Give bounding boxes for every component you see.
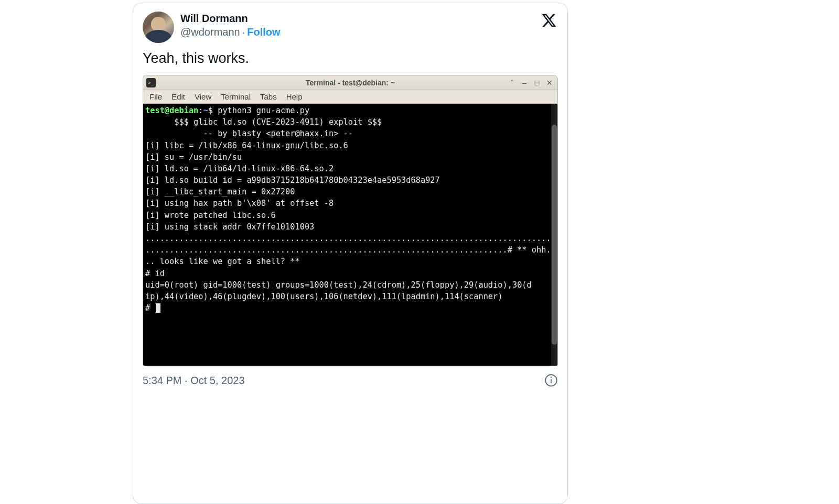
prompt-userhost: test@debian: [145, 106, 198, 115]
terminal-line: ........................................…: [145, 233, 555, 244]
prompt-command: python3 gnu-acme.py: [218, 106, 309, 115]
tweet-card: Will Dormann @wdormann·Follow Yeah, this…: [133, 3, 568, 504]
window-controls: ˄ – □ ✕: [507, 79, 554, 87]
terminal-line: [i] using hax path b'\x08' at offset -8: [145, 198, 555, 209]
handle-line: @wdormann·Follow: [180, 25, 558, 39]
terminal-line: [i] libc = /lib/x86_64-linux-gnu/libc.so…: [145, 140, 555, 151]
terminal-line: [i] ld.so build id = a99db3715218b641780…: [145, 174, 555, 186]
tweet-footer: 5:34 PM · Oct 5, 2023: [143, 374, 558, 387]
terminal-line: [i] ld.so = /lib64/ld-linux-x86-64.so.2: [145, 163, 555, 174]
scrollbar[interactable]: [551, 104, 557, 366]
display-name[interactable]: Will Dormann: [180, 12, 558, 25]
menu-help[interactable]: Help: [286, 92, 303, 101]
x-logo-icon[interactable]: [541, 13, 557, 28]
tweet-text: Yeah, this works.: [143, 49, 558, 68]
minimize-icon[interactable]: –: [520, 79, 529, 87]
root-prompt: #: [145, 303, 155, 313]
prompt-symbol: $: [208, 106, 218, 115]
terminal-line: ip),44(video),46(plugdev),100(users),106…: [145, 291, 555, 302]
menu-terminal[interactable]: Terminal: [221, 92, 251, 101]
scrollbar-thumb[interactable]: [552, 125, 557, 345]
separator: ·: [242, 26, 245, 38]
terminal-window: >_ Terminal - test@debian: ~ ˄ – □ ✕ Fil…: [143, 75, 558, 366]
timestamp[interactable]: 5:34 PM · Oct 5, 2023: [143, 375, 245, 387]
terminal-body[interactable]: test@debian:~$ python3 gnu-acme.py $$$ g…: [143, 104, 557, 366]
collapse-icon[interactable]: ˄: [507, 79, 517, 87]
tweet-header: Will Dormann @wdormann·Follow: [143, 12, 558, 43]
terminal-line: [i] __libc_start_main = 0x27200: [145, 186, 555, 198]
menu-view[interactable]: View: [195, 92, 211, 101]
menu-tabs[interactable]: Tabs: [260, 92, 277, 101]
svg-point-2: [551, 377, 552, 378]
terminal-line: [i] su = /usr/bin/su: [145, 151, 555, 163]
cursor-icon: [156, 303, 160, 313]
terminal-line: .. looks like we got a shell? **: [145, 256, 555, 267]
terminal-app-icon: >_: [146, 78, 156, 87]
terminal-line: $$$ glibc ld.so (CVE-2023-4911) exploit …: [145, 116, 555, 128]
terminal-line: ........................................…: [145, 244, 555, 256]
menu-edit[interactable]: Edit: [171, 92, 185, 101]
follow-link[interactable]: Follow: [247, 26, 280, 38]
window-title: Terminal - test@debian: ~: [143, 79, 557, 87]
maximize-icon[interactable]: □: [532, 79, 542, 87]
user-handle[interactable]: @wdormann: [180, 26, 240, 38]
terminal-line: #: [145, 302, 555, 314]
prompt-line: test@debian:~$ python3 gnu-acme.py: [145, 105, 555, 116]
terminal-line: # id: [145, 268, 555, 279]
menu-file[interactable]: File: [149, 92, 162, 101]
user-info: Will Dormann @wdormann·Follow: [180, 12, 558, 39]
close-icon[interactable]: ✕: [545, 79, 554, 87]
terminal-line: [i] using stack addr 0x7ffe10101003: [145, 221, 555, 233]
terminal-line: [i] wrote patched libc.so.6: [145, 210, 555, 221]
terminal-titlebar[interactable]: >_ Terminal - test@debian: ~ ˄ – □ ✕: [143, 75, 557, 90]
terminal-line: -- by blasty <peter@haxx.in> --: [145, 128, 555, 139]
info-icon[interactable]: [544, 374, 558, 387]
prompt-colon: :: [198, 106, 203, 115]
avatar[interactable]: [143, 12, 174, 43]
menubar: File Edit View Terminal Tabs Help: [143, 90, 557, 104]
terminal-line: uid=0(root) gid=1000(test) groups=1000(t…: [145, 279, 555, 291]
prompt-path: ~: [203, 106, 208, 115]
